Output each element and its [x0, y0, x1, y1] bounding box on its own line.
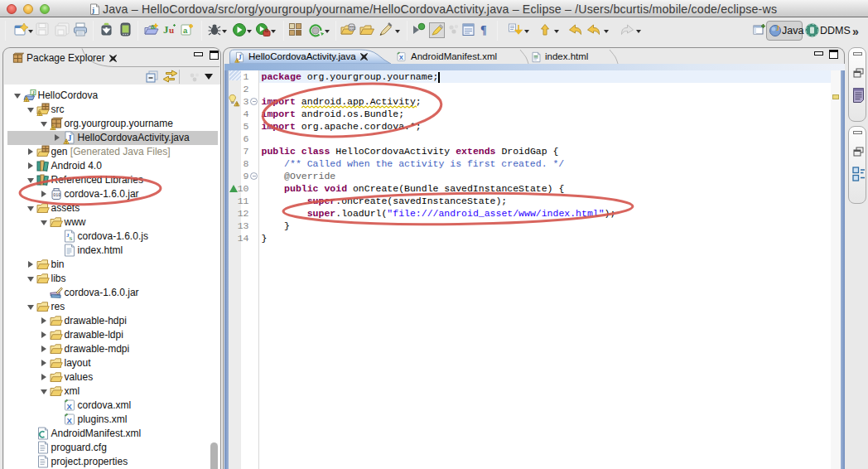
svg-text:a: a: [183, 26, 188, 35]
svg-text:J: J: [163, 23, 169, 36]
svg-text:J: J: [776, 25, 779, 32]
svg-text:j: j: [91, 6, 94, 14]
svg-text:010: 010: [350, 27, 356, 31]
svg-text:u: u: [169, 25, 174, 35]
svg-text:¶: ¶: [480, 24, 487, 36]
